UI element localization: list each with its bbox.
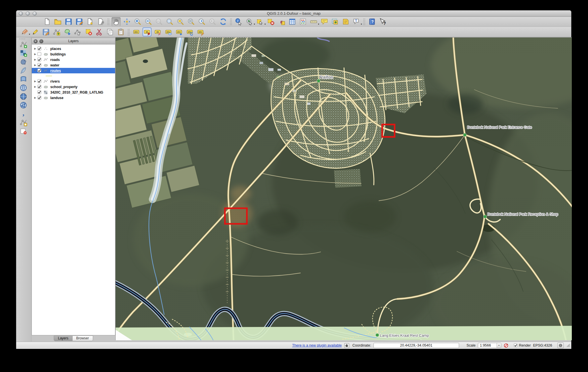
save-project-as-button[interactable]	[75, 17, 84, 26]
panel-close-icon[interactable]: ✕	[34, 39, 38, 43]
layer-row-routes[interactable]: ▼routes	[32, 68, 115, 73]
zoom-in-button[interactable]	[133, 17, 142, 26]
run-feature-action-dropdown-arrow[interactable]: ▾	[254, 23, 255, 25]
layer-checkbox-school_property[interactable]	[37, 85, 42, 89]
expand-arrow-school_property[interactable]: ▶	[33, 85, 37, 88]
zoom-full-extent-button[interactable]	[165, 17, 174, 26]
select-features-dropdown-arrow[interactable]: ▾	[265, 23, 266, 25]
tab-browser[interactable]: Browser	[73, 336, 93, 341]
move-feature-button[interactable]	[63, 27, 72, 36]
identify-features-button[interactable]: i	[234, 17, 243, 26]
layer-checkbox-3420C_2010_327_RGB_LATLNG[interactable]	[37, 90, 42, 94]
map-canvas[interactable]: Railton Bontebok National Park Entrance …	[115, 37, 572, 340]
field-calculator-button[interactable]	[298, 17, 307, 26]
new-print-composer-button[interactable]	[85, 17, 94, 26]
help-button[interactable]: ?	[367, 17, 376, 26]
zoom-to-layer-button[interactable]	[186, 17, 195, 26]
map-tips-button[interactable]	[320, 17, 329, 26]
close-window-button[interactable]	[19, 12, 23, 16]
new-bookmark-button[interactable]	[330, 17, 339, 26]
layer-row-school_property[interactable]: ▶school_property	[32, 84, 115, 90]
cut-features-button[interactable]	[95, 27, 104, 36]
rotate-label-button[interactable]: abc	[185, 27, 194, 36]
add-postgis-layer-button[interactable]	[19, 58, 28, 66]
add-wfs-layer-button[interactable]	[19, 101, 28, 109]
show-hide-labels-button[interactable]: abc	[164, 27, 173, 36]
refresh-map-button[interactable]	[219, 17, 228, 26]
expand-arrow-rivers[interactable]: ▶	[33, 80, 37, 83]
pin-unpin-labels-button[interactable]: ab	[143, 27, 151, 36]
new-project-button[interactable]	[42, 17, 51, 26]
layer-checkbox-buildings[interactable]	[37, 52, 42, 56]
remove-layer-button[interactable]	[19, 127, 28, 135]
layer-checkbox-rivers[interactable]	[37, 79, 42, 83]
current-edits-dropdown-arrow[interactable]: ▾	[29, 33, 30, 36]
crs-status-button[interactable]	[557, 343, 564, 348]
paste-features-button[interactable]	[116, 27, 125, 36]
scale-dropdown-arrow[interactable]: ▾	[497, 343, 501, 348]
expand-arrow-routes[interactable]: ▼	[33, 69, 37, 72]
pan-map-to-selection-button[interactable]	[122, 17, 131, 26]
layer-checkbox-landuse[interactable]	[37, 96, 42, 100]
add-spatialite-layer-button[interactable]	[19, 66, 28, 75]
measure-button[interactable]: ▾	[309, 17, 318, 26]
layer-row-buildings[interactable]: ▶buildings	[32, 51, 115, 57]
zoom-out-button[interactable]	[144, 17, 153, 26]
measure-dropdown-arrow[interactable]: ▾	[318, 23, 319, 25]
titlebar[interactable]: QGIS 2.0.1-Dufour – basic_map	[16, 10, 571, 17]
highlight-pinned-labels-button[interactable]: ab	[153, 27, 162, 36]
move-label-button[interactable]: abc	[175, 27, 184, 36]
change-label-button[interactable]: abc	[196, 27, 205, 36]
add-vector-layer-button[interactable]	[19, 40, 28, 49]
plugin-available-link[interactable]: There is a new plugin available	[292, 343, 342, 347]
expand-arrow-buildings[interactable]: ▶	[33, 53, 37, 55]
expand-arrow-places[interactable]: ▶	[33, 47, 37, 50]
render-checkbox[interactable]	[514, 343, 518, 347]
select-features-button[interactable]: ▾	[256, 17, 265, 26]
layer-checkbox-roads[interactable]	[37, 57, 42, 62]
save-layer-edits-button[interactable]	[41, 27, 50, 36]
toolbar-handle[interactable]	[19, 38, 25, 40]
copy-features-button[interactable]	[106, 27, 114, 36]
add-mssql-layer-button[interactable]	[19, 75, 28, 83]
resize-grip[interactable]	[566, 343, 570, 348]
layer-row-rivers[interactable]: ▶rivers	[32, 79, 115, 84]
layer-row-landuse[interactable]: ▶landuse	[32, 95, 115, 101]
zoom-last-button[interactable]	[197, 17, 206, 26]
coordinate-input[interactable]: 20.44229,-34.05401	[373, 343, 459, 348]
layer-checkbox-places[interactable]	[37, 46, 42, 51]
open-project-button[interactable]	[53, 17, 62, 26]
save-project-button[interactable]	[64, 17, 73, 26]
select-by-expression-button[interactable]: ε	[277, 17, 286, 26]
node-tool-button[interactable]	[73, 27, 82, 36]
toggle-editing-button[interactable]	[31, 27, 40, 36]
plugin-icon[interactable]	[344, 343, 350, 348]
stop-render-icon[interactable]	[504, 343, 509, 348]
expand-arrow-roads[interactable]: ▶	[33, 58, 37, 61]
layer-row-places[interactable]: ▶places	[32, 46, 115, 51]
run-feature-action-button[interactable]: ▾	[245, 17, 254, 26]
zoom-to-selection-button[interactable]	[176, 17, 185, 26]
add-wms-layer-button[interactable]	[19, 84, 28, 92]
zoom-window-button[interactable]	[33, 12, 37, 16]
add-feature-button[interactable]	[52, 27, 61, 36]
deselect-features-button[interactable]	[266, 17, 275, 26]
layer-checkbox-water[interactable]	[37, 63, 42, 67]
expand-arrow-landuse[interactable]: ▶	[33, 96, 37, 99]
text-annotation-dropdown-arrow[interactable]: ▾	[361, 23, 362, 25]
text-annotation-button[interactable]: T▾	[352, 17, 361, 26]
add-raster-layer-button[interactable]	[19, 49, 28, 57]
layer-checkbox-routes[interactable]	[37, 68, 42, 73]
add-delimited-text-layer-button[interactable]: ,	[19, 110, 28, 118]
current-edits-button[interactable]: ▾	[20, 27, 29, 36]
delete-selected-button[interactable]	[84, 27, 93, 36]
open-attribute-table-button[interactable]	[288, 17, 297, 26]
whats-this-button[interactable]: ?	[378, 17, 387, 26]
minimize-window-button[interactable]	[26, 12, 30, 16]
layer-labeling-options-button[interactable]: abc	[132, 27, 141, 36]
expand-arrow-water[interactable]: ▶	[33, 64, 37, 66]
add-wcs-layer-button[interactable]	[19, 92, 28, 101]
show-bookmarks-button[interactable]	[341, 17, 350, 26]
panel-float-icon[interactable]: ◦	[39, 39, 43, 43]
new-shapefile-layer-button[interactable]	[19, 118, 28, 127]
